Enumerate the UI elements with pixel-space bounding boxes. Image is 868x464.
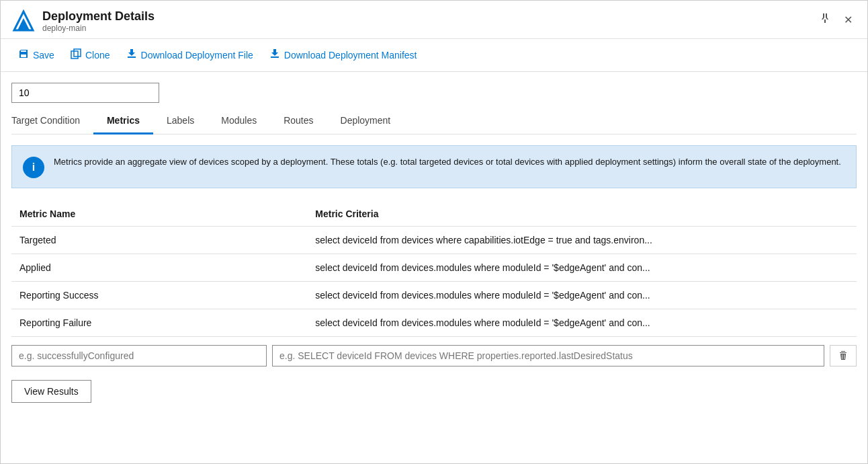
table-row: Applied select deviceId from devices.mod… <box>11 254 857 282</box>
clone-button[interactable]: Clone <box>64 44 117 66</box>
main-content: Target Condition Metrics Labels Modules … <box>1 72 867 462</box>
save-button[interactable]: Save <box>11 44 61 66</box>
info-icon: i <box>23 157 44 178</box>
save-label: Save <box>33 50 54 61</box>
col-header-criteria: Metric Criteria <box>307 202 857 227</box>
tab-metrics[interactable]: Metrics <box>93 108 153 134</box>
trash-icon <box>837 350 849 362</box>
col-header-name: Metric Name <box>11 202 307 227</box>
app-logo <box>11 9 36 33</box>
title-bar-text: Deployment Details deploy-main <box>42 9 155 33</box>
svg-rect-4 <box>71 51 78 59</box>
clone-label: Clone <box>85 50 110 61</box>
download-manifest-button[interactable]: Download Deployment Manifest <box>263 44 424 66</box>
download-file-icon <box>126 48 137 62</box>
tab-labels[interactable]: Labels <box>153 108 208 134</box>
delete-metric-button[interactable] <box>830 345 857 366</box>
title-bar: Deployment Details deploy-main ✕ <box>1 1 867 39</box>
toolbar: Save Clone Download Deployment File Down… <box>1 39 867 72</box>
close-button[interactable]: ✕ <box>840 11 857 29</box>
title-bar-left: Deployment Details deploy-main <box>11 9 155 33</box>
metrics-table: Metric Name Metric Criteria Targeted sel… <box>11 202 857 337</box>
metric-name-cell: Applied <box>11 254 307 282</box>
save-icon <box>18 48 29 62</box>
table-row: Reporting Failure select deviceId from d… <box>11 309 857 337</box>
title-bar-actions: ✕ <box>816 10 857 29</box>
info-banner-text: Metrics provide an aggregate view of dev… <box>54 155 841 169</box>
tab-routes[interactable]: Routes <box>270 108 327 134</box>
priority-section <box>11 72 857 108</box>
tab-target-condition[interactable]: Target Condition <box>11 108 93 134</box>
table-row: Reporting Success select deviceId from d… <box>11 282 857 309</box>
pin-button[interactable] <box>816 10 834 29</box>
tabs-container: Target Condition Metrics Labels Modules … <box>11 108 857 134</box>
download-manifest-label: Download Deployment Manifest <box>284 50 417 61</box>
tab-modules[interactable]: Modules <box>208 108 270 134</box>
subtitle: deploy-main <box>42 24 155 33</box>
table-row: Targeted select deviceId from devices wh… <box>11 227 857 254</box>
metric-name-cell: Reporting Success <box>11 282 307 309</box>
clone-icon <box>71 48 81 62</box>
metric-name-cell: Targeted <box>11 227 307 254</box>
metric-name-input[interactable] <box>11 345 267 366</box>
download-manifest-icon <box>269 48 280 62</box>
info-banner: i Metrics provide an aggregate view of d… <box>11 145 857 188</box>
view-results-button[interactable]: View Results <box>11 380 91 403</box>
download-file-button[interactable]: Download Deployment File <box>120 44 260 66</box>
svg-rect-5 <box>74 49 81 56</box>
metric-criteria-cell: select deviceId from devices.modules whe… <box>307 254 857 282</box>
metric-criteria-cell: select deviceId from devices where capab… <box>307 227 857 254</box>
svg-rect-3 <box>824 20 826 23</box>
metric-criteria-cell: select deviceId from devices.modules whe… <box>307 282 857 309</box>
metric-criteria-input[interactable] <box>272 345 824 366</box>
new-metric-row <box>11 345 857 366</box>
page-title: Deployment Details <box>42 9 155 24</box>
tab-deployment[interactable]: Deployment <box>327 108 404 134</box>
metric-name-cell: Reporting Failure <box>11 309 307 337</box>
priority-input[interactable] <box>11 83 159 103</box>
download-file-label: Download Deployment File <box>141 50 253 61</box>
metric-criteria-cell: select deviceId from devices.modules whe… <box>307 309 857 337</box>
